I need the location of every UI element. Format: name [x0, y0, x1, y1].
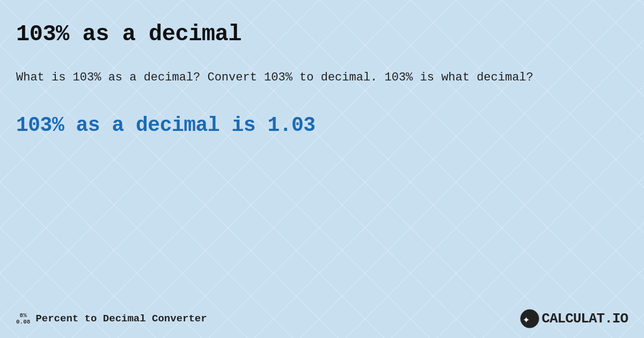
logo-text: CALCULAT.IO [541, 311, 628, 327]
logo: ✦ CALCULAT.IO [520, 309, 628, 328]
page-title: 103% as a decimal [16, 21, 628, 47]
svg-text:✦: ✦ [523, 312, 530, 326]
calculator-icon: ✦ [520, 309, 539, 328]
main-content: 103% as a decimal What is 103% as a deci… [0, 0, 644, 169]
result-text: 103% as a decimal is 1.03 [16, 114, 628, 137]
fraction-top: 8% [20, 312, 27, 319]
description-text: What is 103% as a decimal? Convert 103% … [16, 69, 628, 87]
footer-left: 8% 0.08 Percent to Decimal Converter [16, 312, 207, 325]
footer-label: Percent to Decimal Converter [35, 313, 207, 325]
fraction-bottom: 0.08 [16, 319, 30, 325]
percent-fraction: 8% 0.08 [16, 312, 30, 325]
footer: 8% 0.08 Percent to Decimal Converter ✦ C… [16, 309, 628, 328]
